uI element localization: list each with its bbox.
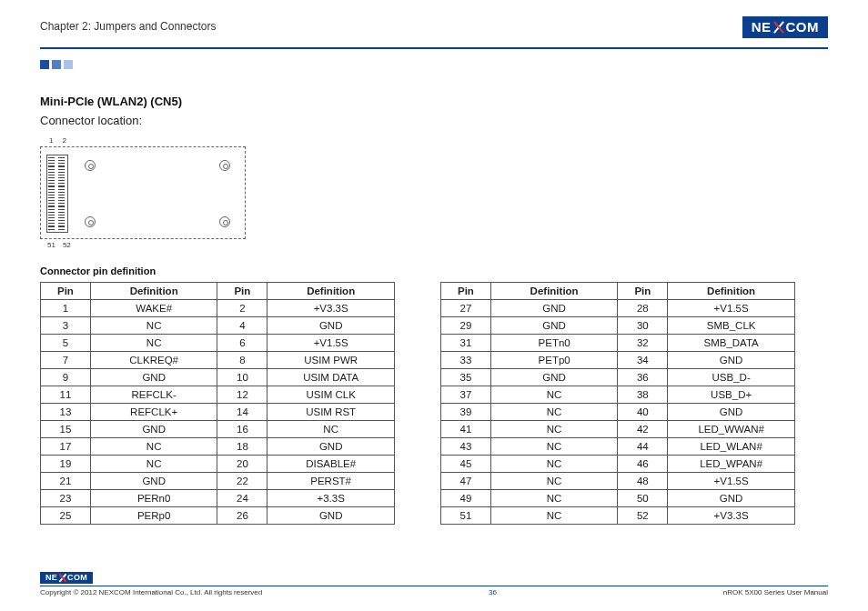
manual-title: nROK 5X00 Series User Manual [723,588,828,596]
pin-cell: 36 [618,369,668,386]
pin-cell: 17 [41,438,91,456]
def-cell: NC [267,421,395,438]
brand-right: COM [67,573,87,582]
def-cell: SMB_DATA [668,335,795,352]
pin-cell: 34 [618,352,668,369]
pin-cell: 21 [41,473,91,490]
def-cell: GND [90,369,217,386]
mounting-hole-icon [85,216,96,227]
pin-cell: 27 [441,300,491,317]
def-cell: LED_WPAN# [668,456,795,473]
def-cell: NC [90,317,217,335]
pin-cell: 43 [441,438,491,456]
def-cell: PETp0 [490,352,618,369]
pin-cell: 42 [618,421,668,438]
table-caption: Connector pin definition [40,265,828,276]
footer-rule [40,586,828,586]
def-cell: +V3.3S [267,300,395,317]
def-cell: NC [490,421,618,438]
pin-cell: 39 [441,404,491,421]
def-cell: PERp0 [90,507,217,525]
pin-cell: 24 [217,490,267,507]
def-cell: GND [267,507,395,525]
table-row: 27GND28+V1.5S [441,300,795,317]
table-row: 51NC52+V3.3S [441,507,795,525]
pin-cell: 4 [217,317,267,335]
def-cell: GND [668,352,795,369]
pin-cell: 47 [441,473,491,490]
def-cell: WAKE# [90,300,217,317]
th-def: Definition [267,283,395,300]
table-row: 15GND16NC [41,421,395,438]
square-icon [52,60,61,69]
pin-cell: 41 [441,421,491,438]
def-cell: NC [490,456,618,473]
pin-cell: 18 [217,438,267,456]
def-cell: PERST# [267,473,395,490]
brand-logo: NE COM [742,16,828,38]
def-cell: PERn0 [90,490,217,507]
def-cell: LED_WLAN# [668,438,795,456]
pin-cell: 6 [217,335,267,352]
pin-label-51: 51 [47,241,56,249]
table-row: 49NC50GND [441,490,795,507]
def-cell: SMB_CLK [668,317,795,335]
pin-cell: 32 [618,335,668,352]
th-pin: Pin [441,283,491,300]
table-row: 11REFCLK-12USIM CLK [41,386,395,404]
pin-cell: 33 [441,352,491,369]
table-row: 43NC44LED_WLAN# [441,438,795,456]
def-cell: NC [90,456,217,473]
def-cell: USB_D+ [668,386,795,404]
pin-cell: 23 [41,490,91,507]
def-cell: GND [490,317,618,335]
pin-cell: 40 [618,404,668,421]
header-bar: Chapter 2: Jumpers and Connectors NE COM [40,16,828,45]
def-cell: USIM DATA [267,369,395,386]
pin-cell: 46 [618,456,668,473]
pin-cell: 14 [217,404,267,421]
pin-cell: 15 [41,421,91,438]
def-cell: GND [490,300,618,317]
table-row: 23PERn024+3.3S [41,490,395,507]
def-cell: +V1.5S [668,300,795,317]
pin-cell: 30 [618,317,668,335]
connector-diagram: 1 2 51 52 [40,136,249,249]
pin-cell: 28 [618,300,668,317]
table-row: 45NC46LED_WPAN# [441,456,795,473]
mounting-hole-icon [85,160,96,171]
decorative-squares [40,60,828,69]
th-def: Definition [90,283,217,300]
def-cell: +V1.5S [267,335,395,352]
pin-cell: 13 [41,404,91,421]
pin-cell: 2 [217,300,267,317]
brand-left: NE [752,19,772,35]
pin-cell: 25 [41,507,91,525]
footer-logo: NE COM [40,572,93,584]
table-row: 35GND36USB_D- [441,369,795,386]
pin-cell: 45 [441,456,491,473]
square-icon [40,60,49,69]
pin-cell: 49 [441,490,491,507]
pin-cell: 22 [217,473,267,490]
diagram-outline [40,146,246,239]
def-cell: GND [267,317,395,335]
table-row: 5NC6+V1.5S [41,335,395,352]
copyright-text: Copyright © 2012 NEXCOM International Co… [40,588,262,596]
pin-cell: 48 [618,473,668,490]
def-cell: REFCLK- [90,386,217,404]
table-row: 37NC38USB_D+ [441,386,795,404]
pin-cell: 44 [618,438,668,456]
def-cell: NC [90,335,217,352]
pin-cell: 1 [41,300,91,317]
pin-label-52: 52 [63,241,71,249]
pin-cell: 31 [441,335,491,352]
pin-cell: 52 [618,507,668,525]
table-row: 47NC48+V1.5S [441,473,795,490]
brand-right: COM [786,19,820,35]
def-cell: LED_WWAN# [668,421,795,438]
pin-cell: 5 [41,335,91,352]
def-cell: NC [490,473,618,490]
pin-tables: Pin Definition Pin Definition 1WAKE#2+V3… [40,282,828,525]
def-cell: NC [490,507,618,525]
